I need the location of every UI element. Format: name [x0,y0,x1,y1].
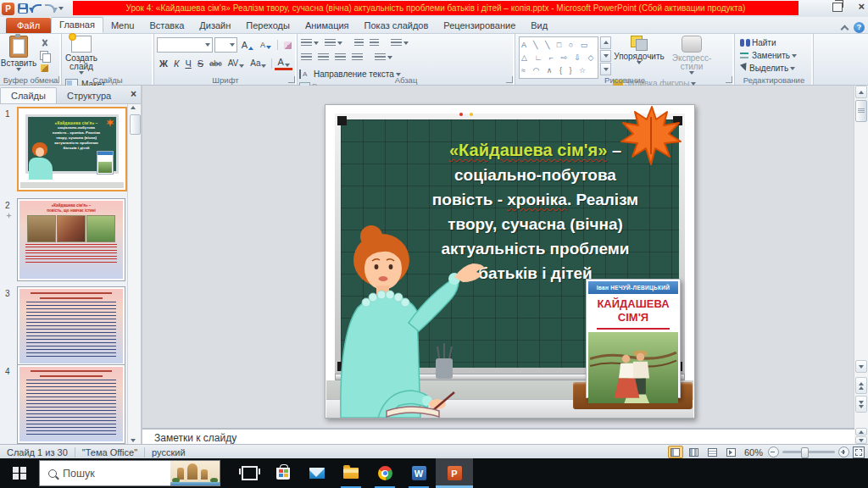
tab-design[interactable]: Дизайн [192,19,238,33]
word-button[interactable]: W [402,458,436,488]
tab-menu[interactable]: Menu [103,19,142,33]
powerpoint-taskbar-button[interactable]: P [436,458,473,488]
select-button[interactable]: Выделить [738,63,810,74]
new-slide-button[interactable]: Создать слайд [64,36,99,75]
align-left-button[interactable] [299,53,314,63]
slide-thumbnail-4[interactable] [17,364,125,444]
italic-button[interactable]: К [171,58,181,69]
help-icon[interactable]: ? [854,22,865,33]
powerpoint-app-icon[interactable]: P [2,3,14,15]
theme-name[interactable]: "Тема Office" [75,447,144,458]
line-spacing-button[interactable] [389,38,410,48]
drawing-dialog-launcher[interactable] [726,76,732,83]
paste-button[interactable]: Вставить [2,36,36,75]
quick-styles-button[interactable]: Экспресс-стили [667,36,716,75]
file-explorer-button[interactable] [334,458,368,488]
arrange-button[interactable]: Упорядочить [613,36,665,75]
language-indicator[interactable]: русский [145,447,192,458]
clipboard-dialog-launcher[interactable] [53,76,59,83]
find-button[interactable]: Найти [738,37,810,48]
normal-view-button[interactable] [668,446,683,458]
notes-scroll-down-icon[interactable] [855,436,867,444]
panel-scroll-down-icon[interactable] [131,439,136,442]
fit-to-window-button[interactable] [853,446,865,458]
tab-slideshow[interactable]: Показ слайдов [357,19,437,33]
tab-review[interactable]: Рецензирование [436,19,523,33]
slide-thumbnail-1[interactable]: «Кайдашева сім'я» – соціально-побутова п… [17,107,127,191]
shapes-more-button[interactable] [600,63,611,75]
zoom-out-button[interactable] [768,446,779,458]
clear-formatting-button[interactable] [281,41,294,50]
next-slide-button[interactable] [855,396,867,413]
shapes-scroll-up[interactable] [600,36,611,49]
bullets-button[interactable] [299,38,320,48]
increase-indent-button[interactable] [368,38,381,48]
tab-view[interactable]: Вид [523,19,555,33]
shapes-scroll-down[interactable] [600,50,611,63]
justify-button[interactable] [350,53,364,63]
align-right-button[interactable] [333,53,348,63]
undo-icon[interactable] [31,4,42,13]
tab-transitions[interactable]: Переходы [238,19,298,33]
strikethrough-button[interactable]: abc [207,58,225,69]
task-view-button[interactable] [232,458,266,488]
redo-icon[interactable] [45,4,55,13]
qat-customize-dropdown-icon[interactable] [58,7,64,10]
align-center-button[interactable] [316,53,331,63]
panel-scroll-up-icon[interactable] [131,106,136,109]
microsoft-store-button[interactable] [266,458,300,488]
grow-font-button[interactable]: А [239,39,256,51]
change-case-button[interactable]: Aa [248,58,269,69]
mail-button[interactable] [300,458,334,488]
save-icon[interactable] [18,3,28,14]
tab-outline[interactable]: Структура [57,88,121,103]
scroll-up-icon[interactable] [855,86,867,98]
vertical-scrollbar[interactable] [854,86,868,444]
search-daily-image[interactable] [170,461,220,485]
tab-slides-thumbnails[interactable]: Слайды [0,87,57,103]
font-color-button[interactable]: А [275,56,292,70]
tab-home[interactable]: Главная [51,17,103,33]
start-button[interactable] [0,458,39,488]
decrease-indent-button[interactable] [353,38,365,48]
font-dialog-launcher[interactable] [288,76,295,83]
font-name-combobox[interactable] [157,37,213,53]
minimize-ribbon-icon[interactable] [841,25,848,31]
tab-insert[interactable]: Вставка [142,19,192,33]
columns-button[interactable] [373,53,394,63]
text-shadow-button[interactable]: S [195,58,206,69]
chrome-button[interactable] [368,458,402,488]
notes-pane[interactable]: Заметки к слайду [142,428,854,446]
panel-scrollbar[interactable] [127,104,141,444]
copy-button[interactable] [37,50,51,61]
zoom-slider[interactable] [782,451,835,453]
notes-scroll-up-icon[interactable] [855,428,867,435]
cut-button[interactable] [37,37,51,48]
scrollbar-thumb[interactable] [855,100,867,122]
shrink-font-button[interactable]: А [258,40,274,50]
underline-button[interactable]: Ч [182,58,193,69]
zoom-in-button[interactable] [838,446,849,458]
replace-button[interactable]: Заменить [738,50,810,61]
close-panel-icon[interactable]: × [131,88,136,100]
slide-thumbnail-3[interactable] [17,286,125,366]
close-window-button[interactable]: × [858,2,865,12]
character-spacing-button[interactable]: AV [225,58,248,69]
slideshow-view-button[interactable] [724,446,739,458]
bold-button[interactable]: Ж [157,58,170,69]
zoom-slider-thumb[interactable] [801,447,809,458]
slide-sorter-view-button[interactable] [687,446,702,458]
slide-thumbnail-2[interactable]: «Кайдашева сім'я» –повість, що навчає іс… [17,198,125,281]
animation-indicator-icon[interactable] [6,213,12,219]
previous-slide-button[interactable] [855,377,867,394]
tab-file[interactable]: Файл [6,18,51,33]
zoom-level[interactable]: 60% [744,447,763,458]
shapes-gallery[interactable]: A ╲ ╲ □ ○ ▭ △ ∟ ⌐ ⇨ ⇩ ◇ ≈ ◠ ∧ { } ☆ [519,36,598,79]
restore-window-button[interactable] [832,3,843,12]
panel-scrollbar-thumb[interactable] [130,114,141,135]
taskbar-search-input[interactable]: Пошук [39,460,220,486]
scroll-down-icon[interactable] [855,360,867,373]
tab-animations[interactable]: Анимация [298,19,357,33]
paragraph-dialog-launcher[interactable] [506,76,513,83]
format-painter-button[interactable] [37,63,51,74]
